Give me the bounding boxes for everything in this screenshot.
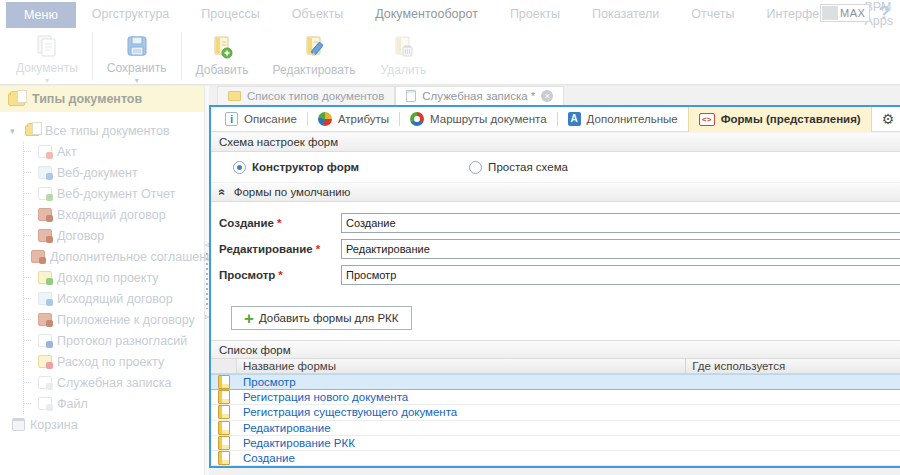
tab-additional[interactable]: AДополнительные	[558, 107, 688, 132]
tab-forms-views[interactable]: <>Формы (представления)	[688, 107, 872, 132]
edit-form-combobox[interactable]: Редактирование ▾	[341, 239, 900, 259]
column-header-form-name[interactable]: Название формы	[237, 359, 686, 373]
document-types-tree: ▾ Все типы документов Акт Веб-документ В…	[0, 112, 204, 475]
plus-icon: +	[244, 310, 254, 327]
tree-item-contract[interactable]: Договор	[24, 225, 204, 246]
menu-item-document-flow[interactable]: Документооборот	[359, 0, 494, 28]
window-tab-bar: Список типов документов Служебная записк…	[209, 86, 900, 105]
max-toggle[interactable]: MAX	[820, 4, 870, 22]
add-document-icon	[209, 33, 235, 61]
folder-icon	[228, 91, 241, 101]
documents-button[interactable]: Документы ▾	[4, 28, 90, 84]
tab-document-types-list[interactable]: Список типов документов	[217, 86, 395, 105]
tree-item-project-expense[interactable]: Расход по проекту	[24, 351, 204, 372]
tree-item-memo[interactable]: Служебная записка	[24, 372, 204, 393]
form-icon	[218, 421, 230, 435]
tree-root-all-document-types[interactable]: ▾ Все типы документов	[10, 120, 204, 141]
forms-table: Название формы Где используется Просмотр…	[211, 359, 900, 466]
add-button[interactable]: Добавить	[184, 28, 261, 84]
tree-item-protocol[interactable]: Протокол разногласий	[24, 330, 204, 351]
table-row-create[interactable]: Создание	[211, 451, 900, 466]
outgoing-contract-icon	[38, 292, 52, 305]
act-document-icon	[38, 145, 52, 158]
toolbar: Документы ▾ Сохранить ▾ Добавить Редакти…	[0, 28, 900, 85]
tab-memo[interactable]: Служебная записка * ×	[395, 86, 564, 105]
form-scheme-section-header: Схема настроек форм	[211, 132, 900, 152]
required-mark: *	[316, 243, 320, 255]
chevron-down-icon[interactable]: ▾	[135, 76, 139, 85]
documents-icon	[34, 33, 60, 59]
contract-attachment-icon	[38, 313, 52, 326]
menu-item-reports[interactable]: Отчеты	[675, 0, 750, 28]
tree-item-project-income[interactable]: Доход по проекту	[24, 267, 204, 288]
menu-button[interactable]: Меню	[6, 2, 76, 28]
tab-description[interactable]: iОписание	[215, 107, 307, 132]
tree-item-file[interactable]: Файл	[24, 393, 204, 414]
tree-item-contract-attachment[interactable]: Приложение к договору	[24, 309, 204, 330]
tree-item-addendum[interactable]: Дополнительное соглашение	[24, 246, 204, 267]
inner-tab-bar: iОписание Атрибуты Маршруты документа AД…	[211, 107, 900, 132]
form-scheme-options: Конструктор форм Простая схема	[211, 152, 900, 182]
close-icon[interactable]: ×	[541, 90, 553, 102]
memo-icon	[38, 376, 52, 389]
file-icon	[38, 397, 52, 410]
table-row-edit[interactable]: Редактирование	[211, 421, 900, 436]
addendum-icon	[31, 250, 45, 263]
column-header-used-in[interactable]: Где используется	[686, 359, 900, 373]
tree-item-web-report[interactable]: Веб-документ Отчет	[24, 183, 204, 204]
max-toggle-knob	[822, 6, 838, 20]
view-form-combobox[interactable]: Просмотр ▾	[341, 265, 900, 285]
folder-icon	[8, 93, 25, 106]
forms-code-icon: <>	[699, 113, 715, 126]
delete-button[interactable]: Удалить	[367, 28, 439, 84]
routes-ring-icon	[410, 112, 424, 126]
tree-item-trash[interactable]: Корзина	[12, 414, 204, 435]
menu-item-projects[interactable]: Проекты	[494, 0, 576, 28]
contract-icon	[38, 229, 52, 242]
document-icon	[406, 90, 416, 102]
menu-item-indicators[interactable]: Показатели	[576, 0, 675, 28]
add-rkk-forms-button[interactable]: + Добавить формы для РКК	[231, 306, 412, 330]
menu-item-processes[interactable]: Процессы	[185, 0, 275, 28]
table-row-register-new[interactable]: Регистрация нового документа	[211, 390, 900, 405]
additional-a-icon: A	[568, 112, 581, 126]
gear-icon: ⚙	[882, 112, 895, 126]
table-row-view[interactable]: Просмотр	[211, 374, 900, 390]
web-report-icon	[38, 187, 52, 200]
radio-form-builder[interactable]: Конструктор форм	[233, 161, 359, 174]
incoming-contract-icon	[38, 208, 52, 221]
field-create: Создание* Создание ▾ ✎ +	[219, 210, 900, 236]
table-row-edit-rkk[interactable]: Редактирование РКК	[211, 436, 900, 451]
menu-item-orgstructure[interactable]: Оргструктура	[76, 0, 185, 28]
folder-icon	[25, 125, 40, 136]
sidebar-title: Типы документов	[32, 92, 142, 106]
delete-document-icon	[390, 33, 416, 61]
radio-simple-scheme[interactable]: Простая схема	[469, 161, 568, 174]
tree-item-web-document[interactable]: Веб-документ	[24, 162, 204, 183]
help-icon[interactable]: ?	[878, 3, 890, 23]
project-income-icon	[38, 271, 52, 284]
form-icon	[218, 405, 230, 419]
save-button[interactable]: Сохранить ▾	[95, 28, 179, 84]
chevron-down-icon[interactable]: ▾	[45, 76, 49, 85]
tree-item-outgoing-contract[interactable]: Исходящий договор	[24, 288, 204, 309]
tab-document-routes[interactable]: Маршруты документа	[400, 107, 557, 132]
edit-document-icon	[301, 33, 327, 61]
edit-button[interactable]: Редактировать	[261, 28, 368, 84]
tab-attributes[interactable]: Атрибуты	[308, 107, 399, 132]
form-icon	[218, 375, 230, 389]
tree-item-incoming-contract[interactable]: Входящий договор	[24, 204, 204, 225]
tab-scenarios[interactable]: ⚙Сценарии	[872, 107, 900, 132]
sidebar: Типы документов ▾ Все типы документов Ак…	[0, 86, 205, 475]
tree-item-act[interactable]: Акт	[24, 141, 204, 162]
create-form-combobox[interactable]: Создание ▾	[341, 213, 900, 233]
info-icon: i	[225, 112, 238, 126]
main-area: Список типов документов Служебная записк…	[209, 86, 900, 475]
table-row-register-existing[interactable]: Регистрация существующего документа	[211, 405, 900, 420]
collapse-icon[interactable]: «	[215, 189, 229, 196]
web-document-icon	[38, 166, 52, 179]
expander-icon[interactable]: ▾	[10, 126, 20, 136]
menu-item-objects[interactable]: Объекты	[276, 0, 360, 28]
default-forms-section-header: « Формы по умолчанию	[211, 182, 900, 202]
form-icon	[218, 390, 230, 404]
